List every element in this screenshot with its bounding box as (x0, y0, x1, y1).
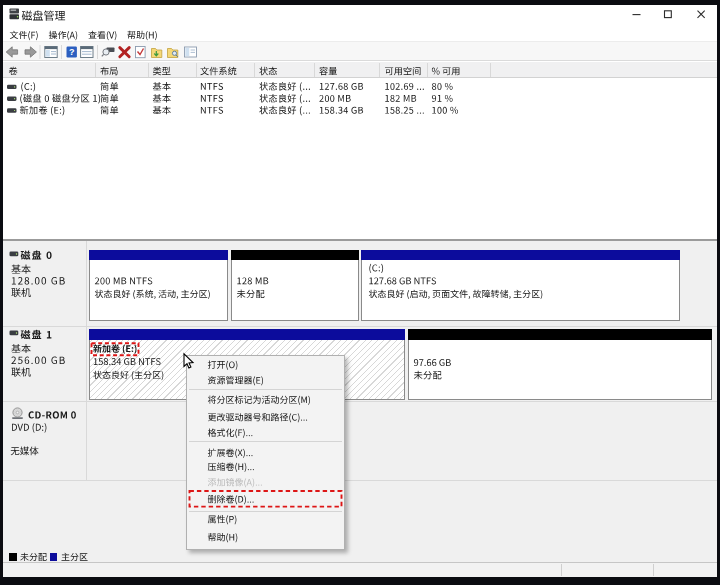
svg-text:?: ? (69, 47, 75, 57)
